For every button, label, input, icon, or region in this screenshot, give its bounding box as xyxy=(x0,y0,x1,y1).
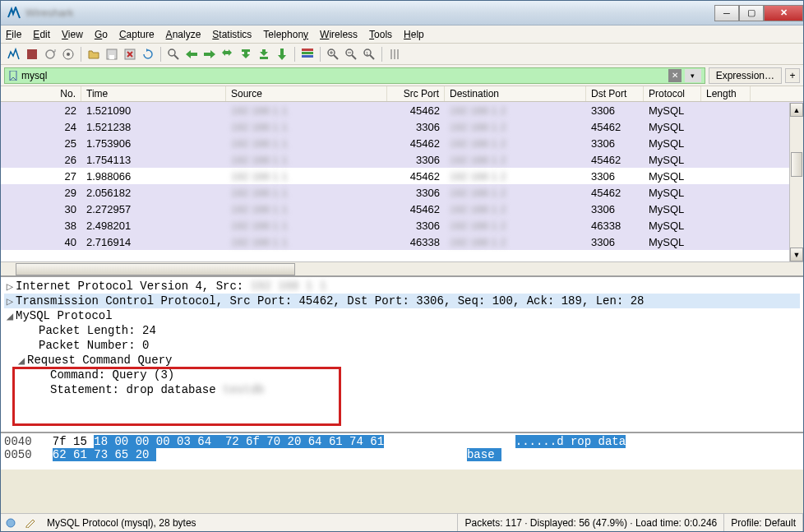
window-titlebar: Wireshark ─ ▢ ✕ xyxy=(1,1,803,25)
minimize-button[interactable]: ─ xyxy=(714,5,739,21)
capture-options-icon[interactable] xyxy=(60,46,76,62)
table-row[interactable]: 402.716914192 168 1 146338192 168 1 2330… xyxy=(1,234,803,250)
menu-edit[interactable]: Edit xyxy=(33,29,50,40)
collapse-icon[interactable]: ◢ xyxy=(4,309,16,323)
bytes-row[interactable]: 0040 7f 15 18 00 00 00 03 64 72 6f 70 20… xyxy=(4,435,800,448)
col-length[interactable]: Length xyxy=(701,86,751,101)
svg-point-30 xyxy=(7,519,15,527)
col-src-port[interactable]: Src Port xyxy=(387,86,445,101)
expand-icon[interactable]: ▷ xyxy=(4,280,16,294)
col-protocol[interactable]: Protocol xyxy=(644,86,701,101)
expression-button[interactable]: Expression… xyxy=(709,67,782,84)
detail-statement[interactable]: Statement: drop database testdb xyxy=(4,382,800,397)
menu-help[interactable]: Help xyxy=(404,29,424,40)
detail-packet-length[interactable]: Packet Length: 24 xyxy=(4,323,800,338)
col-no[interactable]: No. xyxy=(1,86,81,101)
svg-line-21 xyxy=(352,55,356,59)
zoom-out-icon[interactable] xyxy=(343,46,359,62)
restart-capture-icon[interactable] xyxy=(42,46,58,62)
svg-point-9 xyxy=(169,49,175,56)
scroll-up-icon[interactable]: ▲ xyxy=(790,103,803,117)
toolbar: 1 xyxy=(1,44,803,65)
col-time[interactable]: Time xyxy=(81,86,226,101)
detail-mysql[interactable]: ◢MySQL Protocol xyxy=(4,308,800,323)
table-row[interactable]: 302.272957192 168 1 145462192 168 1 2330… xyxy=(1,201,803,217)
stop-capture-icon[interactable] xyxy=(24,46,40,62)
expert-info-icon[interactable] xyxy=(4,516,17,530)
reload-icon[interactable] xyxy=(140,46,156,62)
detail-packet-number[interactable]: Packet Number: 0 xyxy=(4,338,800,353)
scroll-thumb[interactable] xyxy=(791,152,802,177)
clear-filter-icon[interactable]: ✕ xyxy=(668,69,682,82)
display-filter-field[interactable]: ✕ ▾ xyxy=(4,67,705,84)
menu-statistics[interactable]: Statistics xyxy=(212,29,252,40)
edit-capture-comment-icon[interactable] xyxy=(24,516,37,530)
add-filter-button[interactable]: + xyxy=(785,68,800,83)
menu-analyze[interactable]: Analyze xyxy=(166,29,201,40)
svg-rect-14 xyxy=(302,52,313,54)
menu-tools[interactable]: Tools xyxy=(369,29,392,40)
bookmark-icon[interactable] xyxy=(8,71,18,81)
packet-list-pane: No. Time Source Src Port Destination Dst… xyxy=(1,86,803,277)
close-file-icon[interactable] xyxy=(122,46,138,62)
detail-ip[interactable]: ▷Internet Protocol Version 4, Src: 192 1… xyxy=(4,279,800,294)
status-profile[interactable]: Profile: Default xyxy=(724,514,803,531)
collapse-icon[interactable]: ◢ xyxy=(16,354,27,368)
vertical-scrollbar[interactable]: ▲ ▼ xyxy=(789,103,803,261)
expand-icon[interactable]: ▷ xyxy=(4,294,16,308)
open-file-icon[interactable] xyxy=(85,46,102,62)
col-destination[interactable]: Destination xyxy=(445,86,586,101)
go-to-packet-icon[interactable] xyxy=(219,46,236,62)
table-row[interactable]: 221.521090192 168 1 145462192 168 1 2330… xyxy=(1,102,803,118)
filter-dropdown-icon[interactable]: ▾ xyxy=(685,69,701,82)
go-back-icon[interactable] xyxy=(183,46,200,62)
menu-wireless[interactable]: Wireless xyxy=(320,29,358,40)
zoom-reset-icon[interactable]: 1 xyxy=(361,46,377,62)
close-button[interactable]: ✕ xyxy=(764,5,803,21)
menu-telephony[interactable]: Telephony xyxy=(263,29,308,40)
packet-details-pane[interactable]: ▷Internet Protocol Version 4, Src: 192 1… xyxy=(1,277,803,433)
maximize-button[interactable]: ▢ xyxy=(739,5,764,21)
go-last-icon[interactable] xyxy=(256,46,272,62)
horizontal-scrollbar[interactable] xyxy=(1,261,803,275)
table-row[interactable]: 382.498201192 168 1 13306192 168 1 24633… xyxy=(1,217,803,234)
display-filter-input[interactable] xyxy=(21,70,665,81)
col-dst-port[interactable]: Dst Port xyxy=(586,86,644,101)
app-icon xyxy=(7,7,21,20)
go-forward-icon[interactable] xyxy=(201,46,218,62)
resize-columns-icon[interactable] xyxy=(386,46,403,62)
menubar: File Edit View Go Capture Analyze Statis… xyxy=(1,25,803,44)
scroll-down-icon[interactable]: ▼ xyxy=(790,247,803,261)
table-row[interactable]: 292.056182192 168 1 13306192 168 1 24546… xyxy=(1,184,803,201)
find-packet-icon[interactable] xyxy=(165,46,182,62)
hscroll-thumb[interactable] xyxy=(16,263,295,275)
menu-view[interactable]: View xyxy=(62,29,83,40)
svg-point-3 xyxy=(67,53,70,56)
table-row[interactable]: 261.754113192 168 1 13306192 168 1 24546… xyxy=(1,151,803,168)
zoom-in-icon[interactable] xyxy=(325,46,341,62)
detail-tcp[interactable]: ▷Transmission Control Protocol, Src Port… xyxy=(4,294,800,308)
bytes-row[interactable]: 0050 62 61 73 65 20 base xyxy=(4,448,800,461)
menu-capture[interactable]: Capture xyxy=(119,29,155,40)
table-row[interactable]: 251.753906192 168 1 145462192 168 1 2330… xyxy=(1,135,803,151)
detail-request-command[interactable]: ◢Request Command Query xyxy=(4,353,800,368)
packet-list-header[interactable]: No. Time Source Src Port Destination Dst… xyxy=(1,86,803,102)
go-first-icon[interactable] xyxy=(238,46,254,62)
colorize-icon[interactable] xyxy=(299,46,316,62)
svg-rect-0 xyxy=(27,49,37,59)
auto-scroll-icon[interactable] xyxy=(274,46,290,62)
start-capture-icon[interactable] xyxy=(6,46,22,62)
window-title: Wireshark xyxy=(25,7,714,19)
save-file-icon[interactable] xyxy=(104,46,120,62)
col-source[interactable]: Source xyxy=(226,86,387,101)
detail-command[interactable]: Command: Query (3) xyxy=(4,368,800,382)
svg-rect-15 xyxy=(302,55,313,58)
filter-bar: ✕ ▾ Expression… + xyxy=(1,65,803,86)
menu-file[interactable]: File xyxy=(6,29,21,40)
menu-go[interactable]: Go xyxy=(95,29,108,40)
status-packets: Packets: 117 · Displayed: 56 (47.9%) · L… xyxy=(458,514,724,531)
packet-list-body[interactable]: 221.521090192 168 1 145462192 168 1 2330… xyxy=(1,102,803,261)
packet-bytes-pane[interactable]: 0040 7f 15 18 00 00 00 03 64 72 6f 70 20… xyxy=(1,433,803,470)
table-row[interactable]: 271.988066192 168 1 145462192 168 1 2330… xyxy=(1,168,803,184)
table-row[interactable]: 241.521238192 168 1 13306192 168 1 24546… xyxy=(1,118,803,135)
